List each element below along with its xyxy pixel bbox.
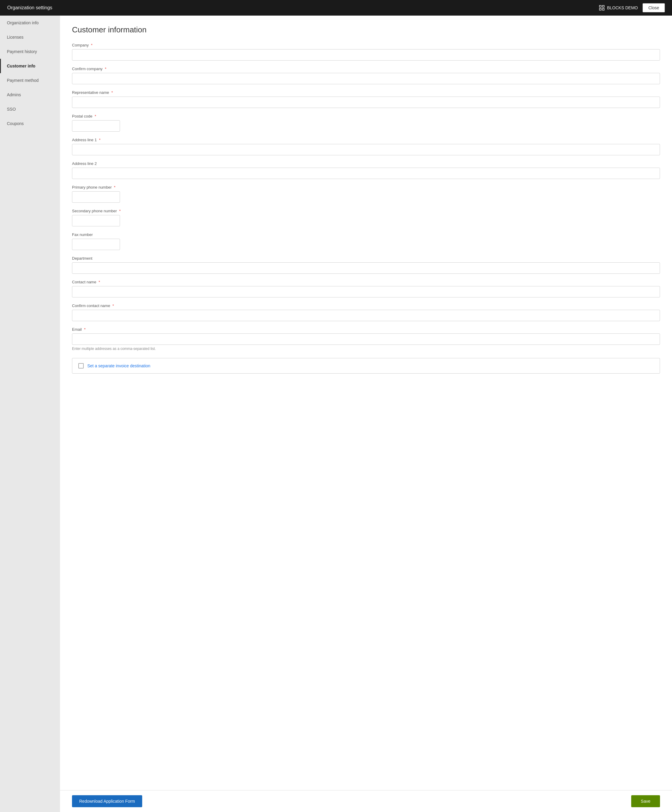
- form-content: Customer information Company * Confirm c…: [60, 15, 672, 790]
- confirm-company-field-group: Confirm company *: [72, 67, 660, 84]
- header-right: BLOCKS DEMO Close: [599, 3, 665, 12]
- postal-code-required: *: [95, 114, 96, 118]
- confirm-contact-name-label: Confirm contact name *: [72, 304, 660, 308]
- contact-name-required: *: [99, 280, 100, 284]
- secondary-phone-input[interactable]: [72, 215, 120, 226]
- company-required: *: [91, 43, 92, 48]
- confirm-company-required: *: [105, 67, 106, 71]
- secondary-phone-label: Secondary phone number *: [72, 209, 660, 213]
- representative-name-required: *: [111, 90, 113, 95]
- address-line1-field-group: Address line 1 *: [72, 138, 660, 155]
- postal-code-label: Postal code *: [72, 114, 660, 118]
- sidebar-item-payment-history[interactable]: Payment history: [0, 44, 60, 59]
- save-button[interactable]: Save: [631, 795, 660, 807]
- representative-name-input[interactable]: [72, 97, 660, 108]
- company-label: Company *: [72, 43, 660, 48]
- app-header: Organization settings BLOCKS DEMO Close: [0, 0, 672, 15]
- redownload-button[interactable]: Redownload Application Form: [72, 795, 142, 807]
- address-line1-label: Address line 1 *: [72, 138, 660, 142]
- sidebar-item-admins[interactable]: Admins: [0, 87, 60, 102]
- svg-rect-2: [599, 9, 601, 10]
- svg-rect-1: [602, 5, 604, 7]
- confirm-company-label: Confirm company *: [72, 67, 660, 71]
- secondary-phone-field-group: Secondary phone number *: [72, 209, 660, 226]
- org-display: BLOCKS DEMO: [599, 5, 638, 11]
- main-area: Customer information Company * Confirm c…: [60, 15, 672, 812]
- email-input[interactable]: [72, 333, 660, 345]
- email-hint: Enter multiple addresses as a comma-sepa…: [72, 346, 660, 351]
- primary-phone-label: Primary phone number *: [72, 185, 660, 189]
- grid-icon: [599, 5, 605, 11]
- form-footer: Redownload Application Form Save: [60, 790, 672, 812]
- postal-code-input[interactable]: [72, 120, 120, 131]
- address-line1-input[interactable]: [72, 144, 660, 155]
- confirm-contact-name-input[interactable]: [72, 310, 660, 321]
- fax-number-field-group: Fax number: [72, 232, 660, 250]
- svg-rect-0: [599, 5, 601, 7]
- sidebar-item-coupons[interactable]: Coupons: [0, 116, 60, 131]
- representative-name-field-group: Representative name *: [72, 90, 660, 108]
- main-layout: Organization info Licenses Payment histo…: [0, 15, 672, 812]
- sidebar-item-payment-method[interactable]: Payment method: [0, 73, 60, 87]
- email-label: Email *: [72, 327, 660, 332]
- invoice-checkbox[interactable]: [78, 363, 84, 368]
- address-line1-required: *: [99, 138, 101, 142]
- address-line2-input[interactable]: [72, 167, 660, 179]
- primary-phone-field-group: Primary phone number *: [72, 185, 660, 203]
- page-title: Customer information: [72, 25, 660, 34]
- company-field-group: Company *: [72, 43, 660, 61]
- svg-rect-3: [602, 9, 604, 10]
- invoice-checkbox-section: Set a separate invoice destination: [72, 358, 660, 374]
- contact-name-label: Contact name *: [72, 280, 660, 284]
- secondary-phone-required: *: [119, 209, 121, 213]
- representative-name-label: Representative name *: [72, 90, 660, 95]
- department-input[interactable]: [72, 263, 660, 274]
- department-field-group: Department: [72, 256, 660, 274]
- org-name: BLOCKS DEMO: [607, 5, 638, 10]
- sidebar-item-org-info[interactable]: Organization info: [0, 15, 60, 30]
- contact-name-field-group: Contact name *: [72, 280, 660, 297]
- sidebar-item-customer-info[interactable]: Customer info: [0, 59, 60, 73]
- app-title: Organization settings: [7, 5, 52, 10]
- contact-name-input[interactable]: [72, 286, 660, 297]
- close-button[interactable]: Close: [643, 3, 665, 12]
- primary-phone-required: *: [114, 185, 116, 189]
- address-line2-label: Address line 2: [72, 161, 660, 166]
- primary-phone-input[interactable]: [72, 191, 120, 203]
- address-line2-field-group: Address line 2: [72, 161, 660, 179]
- sidebar: Organization info Licenses Payment histo…: [0, 15, 60, 812]
- sidebar-item-licenses[interactable]: Licenses: [0, 30, 60, 44]
- confirm-contact-name-required: *: [113, 304, 114, 308]
- email-required: *: [84, 327, 85, 332]
- department-label: Department: [72, 256, 660, 261]
- sidebar-item-sso[interactable]: SSO: [0, 102, 60, 116]
- invoice-link[interactable]: Set a separate invoice destination: [87, 363, 150, 368]
- fax-number-input[interactable]: [72, 239, 120, 250]
- company-input[interactable]: [72, 49, 660, 61]
- confirm-company-input[interactable]: [72, 73, 660, 84]
- confirm-contact-name-field-group: Confirm contact name *: [72, 304, 660, 321]
- fax-number-label: Fax number: [72, 232, 660, 237]
- postal-code-field-group: Postal code *: [72, 114, 660, 131]
- email-field-group: Email * Enter multiple addresses as a co…: [72, 327, 660, 351]
